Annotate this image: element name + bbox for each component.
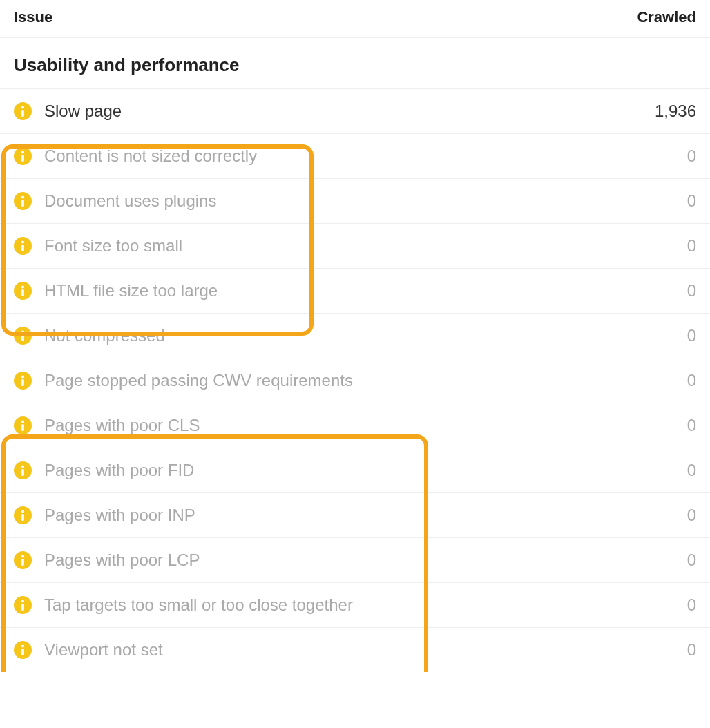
- issue-label: Slow page: [44, 102, 122, 121]
- svg-rect-3: [21, 155, 24, 162]
- issue-row-left: Content is not sized correctly: [14, 146, 257, 166]
- issue-crawled-count: 0: [687, 326, 696, 345]
- issue-row[interactable]: Pages with poor INP0: [0, 492, 710, 537]
- issue-row[interactable]: Pages with poor FID0: [0, 448, 710, 492]
- svg-rect-17: [21, 469, 24, 476]
- issue-row-left: Font size too small: [14, 236, 182, 256]
- info-icon: [14, 416, 32, 434]
- issue-label: Page stopped passing CWV requirements: [44, 371, 353, 390]
- svg-point-6: [21, 241, 24, 244]
- svg-point-2: [21, 151, 24, 154]
- issue-label: Pages with poor INP: [44, 506, 195, 525]
- issue-label: Pages with poor CLS: [44, 416, 200, 435]
- issue-row[interactable]: Page stopped passing CWV requirements0: [0, 358, 710, 403]
- svg-point-16: [21, 466, 24, 468]
- info-icon: [14, 506, 32, 524]
- issue-row-left: Not compressed: [14, 326, 165, 345]
- info-icon: [14, 372, 32, 390]
- issue-row[interactable]: Viewport not set0: [0, 627, 710, 672]
- issue-crawled-count: 0: [687, 506, 696, 525]
- issue-row[interactable]: Pages with poor CLS0: [0, 403, 710, 448]
- svg-point-24: [21, 645, 24, 648]
- issue-row-left: Viewport not set: [14, 640, 163, 660]
- issue-label: Pages with poor LCP: [44, 550, 200, 570]
- info-icon: [14, 327, 32, 345]
- info-icon: [14, 596, 32, 614]
- issue-label: Tap targets too small or too close toget…: [44, 595, 353, 615]
- issue-row-left: Pages with poor CLS: [14, 416, 200, 435]
- info-icon: [14, 192, 32, 210]
- issue-crawled-count: 0: [687, 281, 696, 300]
- svg-point-22: [21, 600, 24, 603]
- issue-row-left: Pages with poor FID: [14, 461, 194, 480]
- svg-point-12: [21, 376, 24, 379]
- svg-rect-19: [21, 514, 24, 521]
- issue-crawled-count: 0: [687, 371, 696, 390]
- info-icon: [14, 102, 32, 120]
- svg-point-8: [21, 286, 24, 289]
- issue-crawled-count: 1,936: [655, 102, 696, 121]
- info-icon: [14, 551, 32, 569]
- issues-list: Slow page1,936Content is not sized corre…: [0, 89, 710, 672]
- column-header-issue: Issue: [14, 8, 52, 26]
- column-header-crawled: Crawled: [637, 8, 696, 26]
- issue-crawled-count: 0: [687, 146, 696, 166]
- info-icon: [14, 641, 32, 659]
- info-icon: [14, 461, 32, 479]
- svg-rect-25: [21, 649, 24, 655]
- issue-crawled-count: 0: [687, 640, 696, 660]
- issue-row[interactable]: Font size too small0: [0, 223, 710, 268]
- issue-crawled-count: 0: [687, 595, 696, 615]
- issue-row-left: Document uses plugins: [14, 191, 216, 211]
- svg-rect-9: [21, 289, 24, 296]
- svg-rect-21: [21, 559, 24, 566]
- issue-row[interactable]: Slow page1,936: [0, 89, 710, 133]
- issue-row[interactable]: Tap targets too small or too close toget…: [0, 582, 710, 627]
- svg-rect-1: [21, 110, 24, 117]
- issue-label: Font size too small: [44, 236, 182, 256]
- issue-label: Pages with poor FID: [44, 461, 194, 480]
- section-title: Usability and performance: [0, 38, 710, 89]
- issue-label: HTML file size too large: [44, 281, 218, 300]
- info-icon: [14, 147, 32, 165]
- issue-row-left: Page stopped passing CWV requirements: [14, 371, 353, 390]
- issue-row-left: Pages with poor LCP: [14, 550, 200, 570]
- svg-point-18: [21, 510, 24, 513]
- issue-label: Document uses plugins: [44, 191, 216, 211]
- issue-label: Not compressed: [44, 326, 165, 345]
- table-header: Issue Crawled: [0, 0, 710, 38]
- issue-row[interactable]: Document uses plugins0: [0, 178, 710, 223]
- issue-row-left: Tap targets too small or too close toget…: [14, 595, 353, 615]
- svg-rect-23: [21, 604, 24, 611]
- issue-row[interactable]: HTML file size too large0: [0, 268, 710, 313]
- svg-point-10: [21, 331, 24, 334]
- info-icon: [14, 237, 32, 255]
- svg-point-0: [21, 106, 24, 109]
- issue-row[interactable]: Content is not sized correctly0: [0, 133, 710, 178]
- svg-point-20: [21, 555, 24, 558]
- svg-rect-13: [21, 379, 24, 386]
- svg-rect-15: [21, 424, 24, 431]
- issues-panel: Issue Crawled Usability and performance …: [0, 0, 710, 672]
- issue-crawled-count: 0: [687, 191, 696, 211]
- issue-crawled-count: 0: [687, 550, 696, 570]
- issue-label: Content is not sized correctly: [44, 146, 257, 166]
- svg-rect-11: [21, 334, 24, 341]
- svg-point-4: [21, 196, 24, 199]
- issue-row-left: Pages with poor INP: [14, 506, 195, 525]
- issue-row[interactable]: Pages with poor LCP0: [0, 537, 710, 582]
- issue-row[interactable]: Not compressed0: [0, 313, 710, 358]
- issue-crawled-count: 0: [687, 236, 696, 256]
- issue-row-left: HTML file size too large: [14, 281, 218, 300]
- issue-crawled-count: 0: [687, 416, 696, 435]
- issue-crawled-count: 0: [687, 461, 696, 480]
- svg-rect-5: [21, 200, 24, 207]
- info-icon: [14, 282, 32, 300]
- svg-rect-7: [21, 245, 24, 251]
- svg-point-14: [21, 421, 24, 423]
- issue-label: Viewport not set: [44, 640, 163, 660]
- issue-row-left: Slow page: [14, 102, 122, 121]
